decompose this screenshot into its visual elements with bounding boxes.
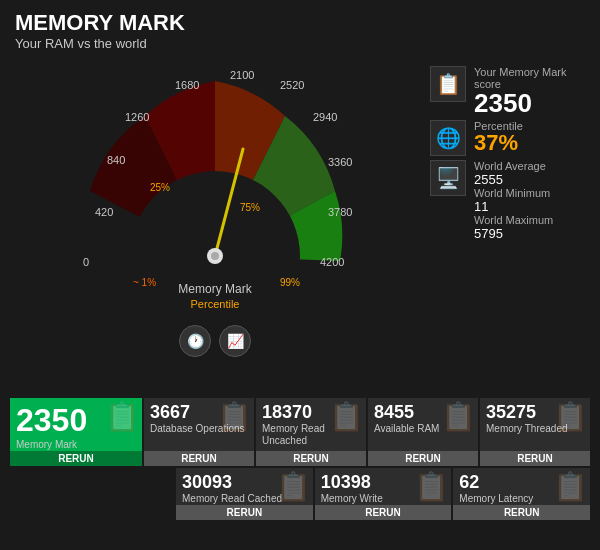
world-icon: 🌐 [430,120,466,156]
gauge-history-button[interactable]: 🕐 [179,325,211,357]
grid-cell-mem-threaded: 📋35275Memory ThreadedRERUN [480,398,590,466]
world-min-label: World Minimum [474,187,553,199]
gauge-bottom-label: Memory Mark [178,282,252,296]
world-avg-label: World Average [474,160,553,172]
gauge-label-0: 0 [83,256,89,268]
gauge-area: 0 420 840 1260 1680 2100 2520 2940 3360 … [10,61,420,391]
grid-cell-mem-read-cached: 📋30093Memory Read CachedRERUN [176,468,313,520]
gauge-svg: 0 420 840 1260 1680 2100 2520 2940 3360 … [65,61,365,321]
gauge-chart-button[interactable]: 📈 [219,325,251,357]
cell-rerun-mem-threaded[interactable]: RERUN [480,451,590,466]
percentile-row: 🌐 Percentile 37% [430,120,580,156]
gauge-pct-99: 99% [280,277,300,288]
world-min-value: 11 [474,199,553,214]
page-title: MEMORY MARK [15,10,585,36]
score-value: 2350 [474,90,580,116]
grid-cell-mem-read-uncached: 📋18370Memory Read UncachedRERUN [256,398,366,466]
world-max-label: World Maximum [474,214,553,226]
gauge-pct-75: 75% [240,202,260,213]
grid-cell-available-ram: 📋8455Available RAMRERUN [368,398,478,466]
cell-rerun-mem-write[interactable]: RERUN [315,505,452,520]
score-icon: 📋 [430,66,466,102]
grid-spacer [10,468,174,520]
cell-rerun-mem-read-cached[interactable]: RERUN [176,505,313,520]
grid-row-1: 📋2350Memory MarkRERUN📋3667Database Opera… [10,398,590,466]
gauge-label-3780: 3780 [328,206,352,218]
gauge-bottom-sublabel: Percentile [191,298,240,310]
grid-cell-database: 📋3667Database OperationsRERUN [144,398,254,466]
cell-icon-mem-latency: 📋 [553,470,588,503]
world-max-value: 5795 [474,226,553,241]
gauge-label-420: 420 [95,206,113,218]
gauge-label-4200: 4200 [320,256,344,268]
gauge-pct-25: 25% [150,182,170,193]
cell-icon-mem-write: 📋 [414,470,449,503]
world-stats-text: World Average 2555 World Minimum 11 Worl… [474,160,553,241]
cell-icon-mem-read-uncached: 📋 [329,400,364,433]
gauge-label-1260: 1260 [125,111,149,123]
percentile-text: Percentile 37% [474,120,523,154]
cell-icon-main-score: 📋 [105,400,140,433]
computer-icon: 🖥️ [430,160,466,196]
stats-panel: 📋 Your Memory Mark score 2350 🌐 Percenti… [420,61,590,391]
cell-icon-mem-threaded: 📋 [553,400,588,433]
gauge-label-840: 840 [107,154,125,166]
grid-cell-main-score: 📋2350Memory MarkRERUN [10,398,142,466]
grid-cell-mem-write: 📋10398Memory WriteRERUN [315,468,452,520]
gauge-label-2100: 2100 [230,69,254,81]
gauge-icons: 🕐 📈 [179,325,251,357]
cell-rerun-mem-read-uncached[interactable]: RERUN [256,451,366,466]
cell-label-main-score: Memory Mark [10,439,142,451]
gauge-label-2520: 2520 [280,79,304,91]
header: MEMORY MARK Your RAM vs the world [0,0,600,56]
main-area: 0 420 840 1260 1680 2100 2520 2940 3360 … [0,56,600,396]
page-subtitle: Your RAM vs the world [15,36,585,51]
grid-cell-mem-latency: 📋62Memory LatencyRERUN [453,468,590,520]
cell-icon-database: 📋 [217,400,252,433]
cell-rerun-available-ram[interactable]: RERUN [368,451,478,466]
percentile-value: 37% [474,132,523,154]
gauge-pct-1: ~ 1% [133,277,156,288]
cell-rerun-mem-latency[interactable]: RERUN [453,505,590,520]
gauge-label-1680: 1680 [175,79,199,91]
gauge-needle-hub [211,252,219,260]
grid-row-2: 📋30093Memory Read CachedRERUN📋10398Memor… [10,468,590,520]
world-stats-row: 🖥️ World Average 2555 World Minimum 11 W… [430,160,580,241]
score-text: Your Memory Mark score 2350 [474,66,580,116]
bottom-grid: 📋2350Memory MarkRERUN📋3667Database Opera… [0,396,600,522]
gauge-label-2940: 2940 [313,111,337,123]
score-row: 📋 Your Memory Mark score 2350 [430,66,580,116]
cell-icon-available-ram: 📋 [441,400,476,433]
score-label: Your Memory Mark score [474,66,580,90]
gauge-label-3360: 3360 [328,156,352,168]
cell-rerun-main-score[interactable]: RERUN [10,451,142,466]
cell-icon-mem-read-cached: 📋 [276,470,311,503]
world-avg-value: 2555 [474,172,553,187]
cell-rerun-database[interactable]: RERUN [144,451,254,466]
